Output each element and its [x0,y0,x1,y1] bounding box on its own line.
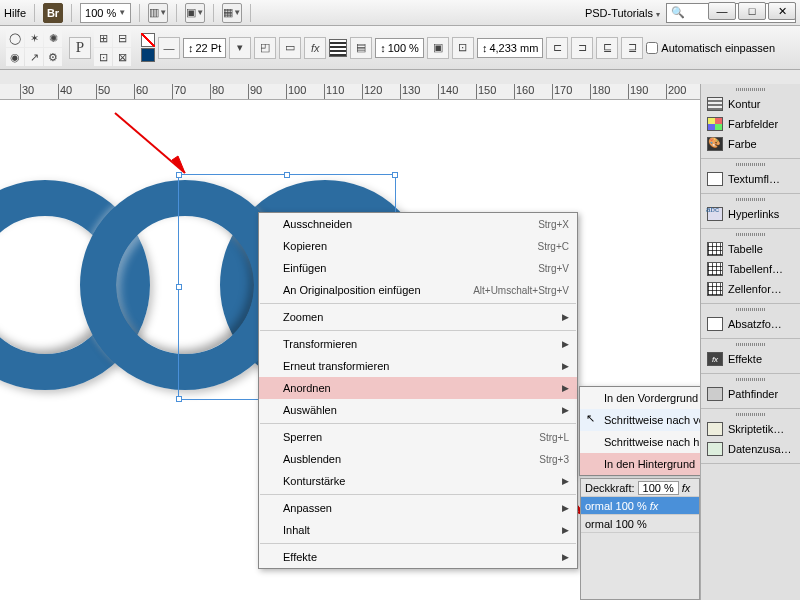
tool-burst-icon[interactable]: ✺ [44,29,62,47]
tool-ellipse-icon[interactable]: ◯ [6,29,24,47]
panel-absatzformate[interactable]: Absatzfo… [701,314,800,334]
ctx-zoom[interactable]: Zoomen▶ [259,306,577,328]
ctx-transform-again[interactable]: Erneut transformieren▶ [259,355,577,377]
panel-effekte[interactable]: fxEffekte [701,349,800,369]
pathfinder-icon [707,387,723,401]
view-options-button[interactable]: ▥▼ [148,3,168,23]
panel-dock: Kontur Farbfelder Farbe Textumfl… abcHyp… [700,84,800,600]
stroke-icon [707,97,723,111]
opacity-row[interactable]: Deckkraft:100 %fx [581,479,699,497]
layer-row-1[interactable]: ormal 100 %fx [581,497,699,515]
tool-star-icon[interactable]: ✶ [25,29,43,47]
ctx-effects[interactable]: Effekte▶ [259,546,577,568]
tool-cluster: ◯ ✶ ✺ ◉ ↗ ⚙ [6,29,66,66]
tool-arrow-icon[interactable]: ↗ [25,48,43,66]
dimension-field[interactable]: ↕ 4,233 mm [477,38,543,58]
data-merge-icon [707,442,723,456]
control-toolbar: ◯ ✶ ✺ ◉ ↗ ⚙ P ⊞ ⊟ ⊡ ⊠ — ↕ 22 Pt ▾ ◰ ▭ fx… [0,26,800,70]
fx-button[interactable]: fx [304,37,326,59]
layers-mini-panel: Deckkraft:100 %fx ormal 100 %fx ormal 10… [580,478,700,600]
font-size-field[interactable]: ↕ 22 Pt [183,38,226,58]
frame-fit-2-icon[interactable]: ⊐ [571,37,593,59]
frame-fit-4-icon[interactable]: ⊒ [621,37,643,59]
align-1-icon[interactable]: ⊞ [94,29,112,47]
panel-kontur[interactable]: Kontur [701,94,800,114]
menu-help[interactable]: Hilfe [4,7,26,19]
type-tool[interactable]: P [69,37,91,59]
window-controls: — □ ✕ [708,2,796,20]
menubar: Hilfe Br 100 %▼ ▥▼ ▣▼ ▦▼ PSD-Tutorials ▾… [0,0,800,26]
ctx-hide[interactable]: AusblendenStrg+3 [259,448,577,470]
paragraph-icon[interactable] [329,39,347,57]
maximize-button[interactable]: □ [738,2,766,20]
align-icons: ⊞ ⊟ ⊡ ⊠ [94,29,138,66]
ctx-lock[interactable]: SperrenStrg+L [259,426,577,448]
fx-icon: fx [650,500,659,512]
object-options-icon[interactable]: ▭ [279,37,301,59]
ctx-stroke-weight[interactable]: Konturstärke▶ [259,470,577,492]
cell-format-icon [707,282,723,296]
ctx-cut[interactable]: AusschneidenStrg+X [259,213,577,235]
screen-mode-button[interactable]: ▣▼ [185,3,205,23]
ctx-transform[interactable]: Transformieren▶ [259,333,577,355]
fill-stroke-swatches[interactable] [141,33,155,62]
ctx-paste-in-place[interactable]: An Originalposition einfügenAlt+Umschalt… [259,279,577,301]
panel-farbe[interactable]: Farbe [701,134,800,154]
bridge-button[interactable]: Br [43,3,63,23]
table-icon [707,242,723,256]
effects-icon: fx [707,352,723,366]
align-2-icon[interactable]: ⊟ [113,29,131,47]
auto-fit-checkbox[interactable]: Automatisch einpassen [646,42,775,54]
panel-skriptetiketten[interactable]: Skriptetik… [701,419,800,439]
script-label-icon [707,422,723,436]
table-format-icon [707,262,723,276]
scale-field[interactable]: ↕ 100 % [375,38,424,58]
crop-icon[interactable]: ⊡ [452,37,474,59]
layer-row-2[interactable]: ormal 100 % [581,515,699,533]
corner-options-icon[interactable]: ◰ [254,37,276,59]
hyperlinks-icon: abc [707,207,723,221]
horizontal-ruler: 3040506070809010011012013014015016017018… [0,84,700,100]
wrap-icon[interactable]: ▣ [427,37,449,59]
tool-spiral-icon[interactable]: ◉ [6,48,24,66]
align-4-icon[interactable]: ⊠ [113,48,131,66]
swatches-icon [707,117,723,131]
align-3-icon[interactable]: ⊡ [94,48,112,66]
ctx-select[interactable]: Auswählen▶ [259,399,577,421]
panel-farbfelder[interactable]: Farbfelder [701,114,800,134]
stroke-style-button[interactable]: — [158,37,180,59]
fx-icon[interactable]: fx [682,482,691,494]
ctx-content[interactable]: Inhalt▶ [259,519,577,541]
panel-tabelle[interactable]: Tabelle [701,239,800,259]
brand-link[interactable]: PSD-Tutorials ▾ [585,7,660,19]
minimize-button[interactable]: — [708,2,736,20]
text-frame-icon[interactable]: ▤ [350,37,372,59]
panel-tabellenformat[interactable]: Tabellenf… [701,259,800,279]
panel-datenzusammen[interactable]: Datenzusa… [701,439,800,459]
arrange-docs-button[interactable]: ▦▼ [222,3,242,23]
tool-gear-icon[interactable]: ⚙ [44,48,62,66]
zoom-level[interactable]: 100 %▼ [80,3,131,23]
paragraph-styles-icon [707,317,723,331]
frame-fit-3-icon[interactable]: ⊑ [596,37,618,59]
ctx-copy[interactable]: KopierenStrg+C [259,235,577,257]
annotation-arrow-1 [110,108,200,188]
panel-zellenformat[interactable]: Zellenfor… [701,279,800,299]
search-icon: 🔍 [671,6,685,19]
panel-hyperlinks[interactable]: abcHyperlinks [701,204,800,224]
context-menu: AusschneidenStrg+X KopierenStrg+C Einfüg… [258,212,578,569]
panel-pathfinder[interactable]: Pathfinder [701,384,800,404]
ctx-arrange[interactable]: Anordnen▶ [259,377,577,399]
close-button[interactable]: ✕ [768,2,796,20]
ctx-paste[interactable]: EinfügenStrg+V [259,257,577,279]
frame-fit-1-icon[interactable]: ⊏ [546,37,568,59]
cursor-icon: ↖ [586,412,595,425]
ctx-fit[interactable]: Anpassen▶ [259,497,577,519]
dropdown-1[interactable]: ▾ [229,37,251,59]
svg-line-0 [115,113,185,173]
color-icon [707,137,723,151]
panel-text-wrap[interactable]: Textumfl… [701,169,800,189]
textwrap-icon [707,172,723,186]
